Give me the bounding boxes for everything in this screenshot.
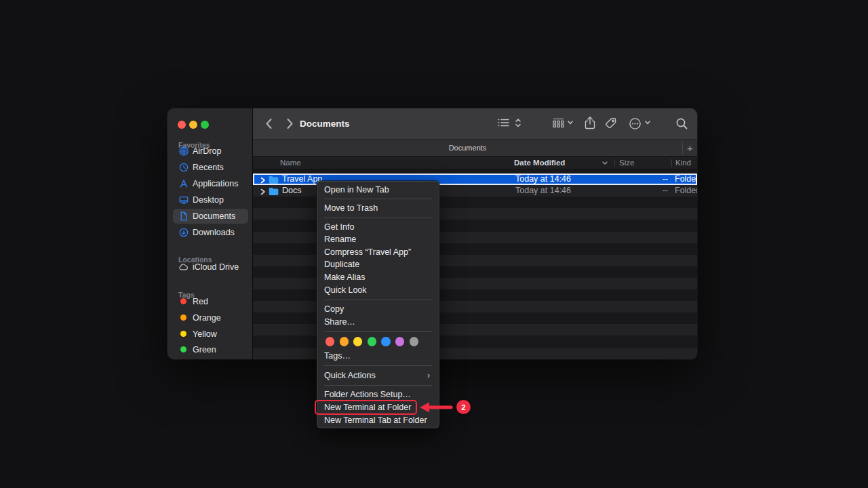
sidebar-item-desktop[interactable]: Desktop (173, 192, 248, 207)
file-name: Docs (282, 185, 301, 197)
menu-item-compress-travel-app[interactable]: Compress “Travel App” (320, 246, 436, 259)
tag-color-icon[interactable] (353, 337, 362, 346)
file-date-modified: Today at 14:46 (515, 185, 571, 197)
sidebar-item-label: Documents (193, 211, 235, 221)
tag-color-icon[interactable] (381, 337, 390, 346)
menu-item-label: Quick Actions (324, 371, 376, 380)
tag-circle-icon (178, 345, 189, 354)
menu-separator (324, 199, 432, 199)
menu-item-move-to-trash[interactable]: Move to Trash (320, 202, 436, 215)
sidebar-item-documents[interactable]: Documents (173, 209, 248, 224)
sidebar-item-downloads[interactable]: Downloads (173, 225, 248, 240)
more-icon[interactable] (629, 117, 642, 130)
column-header-name[interactable]: Name (280, 159, 301, 167)
airdrop-icon (178, 146, 189, 156)
tag-circle-icon (178, 329, 189, 339)
column-divider[interactable] (671, 159, 672, 167)
column-header-kind[interactable]: Kind (675, 159, 691, 167)
tab-bar: Documents + (253, 139, 697, 157)
view-toggle-chevrons-icon[interactable] (515, 118, 521, 128)
submenu-chevron-icon: › (427, 369, 430, 382)
sidebar-item-yellow[interactable]: Yellow (173, 327, 248, 342)
tab-documents[interactable]: Documents (253, 140, 682, 156)
menu-item-new-terminal-tab-at-folder[interactable]: New Terminal Tab at Folder (320, 414, 436, 427)
sidebar-item-airdrop[interactable]: AirDrop (173, 144, 248, 159)
tag-circle-icon (178, 313, 189, 323)
annotation-highlight-box (315, 400, 417, 415)
view-list-icon[interactable] (497, 117, 510, 128)
zoom-window-button[interactable] (201, 121, 209, 129)
sidebar-item-applications[interactable]: Applications (173, 176, 248, 191)
tag-color-icon[interactable] (395, 337, 404, 346)
group-icon[interactable] (551, 117, 566, 129)
menu-item-quick-look[interactable]: Quick Look (320, 284, 436, 297)
forward-icon[interactable] (286, 118, 294, 129)
sidebar-item-label: Applications (193, 179, 238, 188)
back-icon[interactable] (265, 118, 273, 129)
column-header-size[interactable]: Size (619, 159, 634, 167)
menu-item-get-info[interactable]: Get Info (320, 221, 436, 234)
menu-item-label: Quick Look (324, 285, 367, 295)
sidebar-item-green[interactable]: Green (173, 342, 248, 357)
column-header-row: Name Date Modified Size Kind (253, 157, 697, 169)
sort-chevron-icon[interactable] (601, 161, 608, 166)
menu-item-label: Tags… (324, 351, 351, 361)
menu-item-make-alias[interactable]: Make Alias (320, 271, 436, 284)
tag-color-icon[interactable] (340, 337, 349, 346)
sidebar: FavoritesAirDropRecentsApplicationsDeskt… (167, 108, 253, 359)
menu-item-tags[interactable]: Tags… (320, 350, 436, 363)
sidebar-item-label: Desktop (193, 195, 224, 205)
menu-separator (324, 365, 432, 366)
toolbar: Documents (253, 108, 697, 139)
search-icon[interactable] (675, 117, 688, 130)
tag-color-icon[interactable] (410, 337, 418, 346)
chevron-down-icon[interactable] (567, 120, 574, 125)
folder-icon (269, 176, 279, 186)
sidebar-item-orange[interactable]: Orange (173, 310, 248, 325)
menu-item-duplicate[interactable]: Duplicate (320, 258, 436, 271)
sidebar-item-red[interactable]: Red (173, 294, 248, 309)
menu-separator (324, 218, 432, 218)
applications-icon (178, 179, 189, 188)
menu-separator (324, 300, 432, 300)
menu-item-rename[interactable]: Rename (320, 233, 436, 246)
share-icon[interactable] (584, 116, 596, 130)
annotation-arrow-icon (418, 399, 456, 415)
close-window-button[interactable] (178, 121, 186, 129)
window-title: Documents (300, 119, 350, 129)
desktop-icon (178, 195, 189, 205)
menu-item-label: Share… (324, 317, 355, 327)
minimize-window-button[interactable] (189, 121, 197, 129)
menu-item-copy[interactable]: Copy (320, 303, 436, 316)
sidebar-item-label: Downloads (193, 228, 235, 237)
menu-item-share[interactable]: Share… (320, 316, 436, 329)
column-divider[interactable] (614, 159, 615, 167)
tag-color-icon[interactable] (368, 337, 376, 346)
menu-item-label: New Terminal Tab at Folder (324, 415, 427, 425)
menu-item-label: Rename (324, 235, 356, 244)
file-size: -- (633, 185, 668, 197)
sidebar-item-icloud-drive[interactable]: iCloud Drive (173, 260, 248, 274)
menu-item-open-in-new-tab[interactable]: Open in New Tab (320, 184, 436, 197)
menu-item-quick-actions[interactable]: Quick Actions› (320, 369, 436, 382)
sidebar-item-recents[interactable]: Recents (173, 160, 248, 175)
menu-item-label: Make Alias (324, 272, 365, 282)
menu-tag-colors (326, 336, 434, 348)
tag-icon[interactable] (605, 117, 618, 130)
sidebar-item-label: AirDrop (193, 146, 221, 156)
downloads-icon (178, 228, 189, 237)
disclosure-chevron-icon[interactable] (260, 188, 266, 197)
chevron-down-icon[interactable] (644, 120, 651, 125)
menu-item-label: Duplicate (324, 260, 359, 269)
sidebar-item-label: Red (193, 297, 208, 306)
new-tab-button[interactable]: + (683, 140, 697, 156)
menu-item-label: Folder Actions Setup… (324, 390, 411, 399)
file-kind: Folder (675, 174, 697, 185)
tag-color-icon[interactable] (326, 337, 334, 346)
file-date-modified: Today at 14:46 (515, 174, 571, 185)
context-menu: Open in New TabMove to TrashGet InfoRena… (317, 181, 439, 428)
tag-circle-icon (178, 297, 189, 306)
sidebar-item-label: Green (193, 345, 216, 354)
disclosure-chevron-icon[interactable] (260, 176, 266, 186)
column-header-date-modified[interactable]: Date Modified (514, 159, 565, 167)
